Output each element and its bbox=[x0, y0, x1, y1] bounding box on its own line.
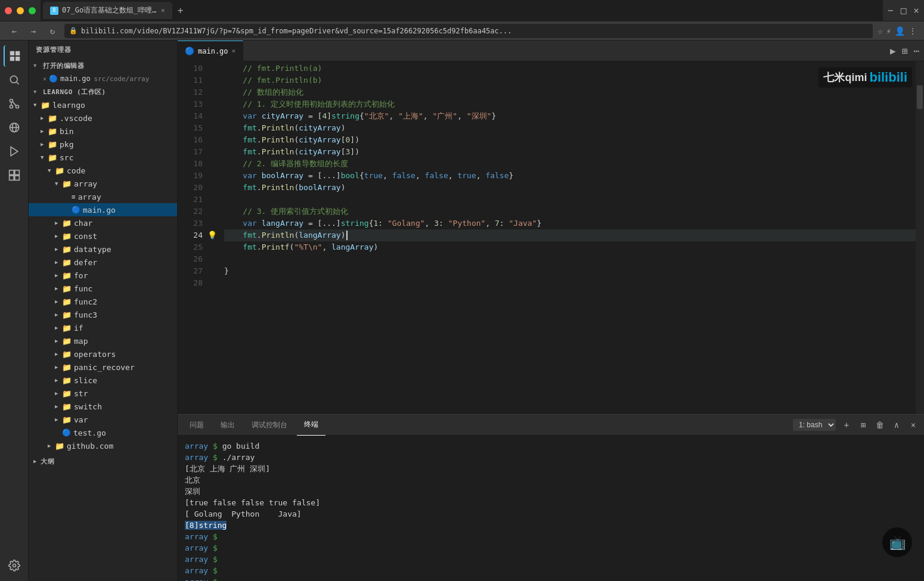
outline-section[interactable]: ▶ 大纲 bbox=[29, 455, 177, 468]
tab-label: 07_Go语言基础之数组_哔哩哔哩 bbox=[62, 5, 157, 15]
floating-bilibili-button[interactable]: 📺 bbox=[882, 527, 912, 557]
folder-defer[interactable]: ▶ 📁 defer bbox=[29, 256, 177, 269]
folder-github-com[interactable]: ▶ 📁 github.com bbox=[29, 439, 177, 452]
close-window-icon[interactable]: × bbox=[913, 5, 919, 16]
activity-settings[interactable] bbox=[4, 555, 25, 576]
folder-code[interactable]: ▼ 📁 code bbox=[29, 164, 177, 177]
tab-filename: main.go bbox=[198, 47, 228, 55]
workspace-section[interactable]: ▼ LEARNGO (工作区) bbox=[29, 85, 177, 98]
activity-extensions[interactable] bbox=[4, 164, 25, 186]
folder-switch-label: switch bbox=[74, 402, 102, 411]
refresh-button[interactable]: ↻ bbox=[45, 26, 60, 36]
panel-tab-debug[interactable]: 调试控制台 bbox=[244, 415, 294, 436]
folder-str[interactable]: ▶ 📁 str bbox=[29, 387, 177, 400]
file-main-go[interactable]: 🔵 main.go bbox=[29, 203, 177, 216]
panel-tab-terminal-label: 终端 bbox=[304, 420, 318, 430]
folder-operators[interactable]: ▶ 📁 operators bbox=[29, 347, 177, 361]
editor-tab-main-go[interactable]: 🔵 main.go × bbox=[178, 41, 243, 61]
panel-tab-issues[interactable]: 问题 bbox=[182, 415, 211, 436]
folder-func2[interactable]: ▶ 📁 func2 bbox=[29, 295, 177, 308]
folder-map[interactable]: ▶ 📁 map bbox=[29, 334, 177, 347]
terminal-line-4: 北京 bbox=[185, 474, 917, 486]
editor-more-icon[interactable]: ⋯ bbox=[913, 45, 919, 57]
activity-search[interactable] bbox=[4, 69, 25, 91]
folder-if[interactable]: ▶ 📁 if bbox=[29, 321, 177, 334]
svg-marker-8 bbox=[11, 147, 18, 156]
folder-var[interactable]: ▶ 📁 var bbox=[29, 413, 177, 426]
activity-remote[interactable] bbox=[4, 117, 25, 138]
folder-panic-recover[interactable]: ▶ 📁 panic_recover bbox=[29, 361, 177, 374]
terminal-up-btn[interactable]: ∧ bbox=[891, 419, 903, 431]
browser-tab[interactable]: B 07_Go语言基础之数组_哔哩哔哩 × bbox=[43, 2, 172, 19]
gutter: 💡 bbox=[207, 61, 219, 414]
terminal-delete-btn[interactable]: 🗑 bbox=[874, 419, 886, 431]
minimize-icon[interactable]: − bbox=[888, 5, 894, 16]
code-line-19: var boolArray = [...]bool{true, false, f… bbox=[224, 170, 916, 182]
tab-close-btn[interactable]: × bbox=[161, 7, 165, 14]
folder-panic-recover-label: panic_recover bbox=[74, 363, 135, 372]
editor-split-icon[interactable]: ⊞ bbox=[902, 45, 908, 57]
file-test-go-label: test.go bbox=[73, 428, 106, 437]
terminal-add-btn[interactable]: + bbox=[841, 419, 852, 431]
folder-for[interactable]: ▶ 📁 for bbox=[29, 269, 177, 282]
panel-tab-issues-label: 问题 bbox=[190, 420, 204, 430]
activity-run[interactable] bbox=[4, 141, 25, 162]
file-test-go[interactable]: 🔵 test.go bbox=[29, 426, 177, 439]
terminal-selector[interactable]: 1: bash bbox=[793, 419, 836, 431]
profile-icon[interactable]: 👤 bbox=[895, 26, 905, 36]
terminal-close-btn[interactable]: × bbox=[907, 419, 919, 431]
folder-char[interactable]: ▶ 📁 char bbox=[29, 216, 177, 229]
open-editors-section[interactable]: ▼ 打开的编辑器 bbox=[29, 59, 177, 72]
code-editor[interactable]: 七米qimi bilibili 10 11 12 13 14 15 16 17 … bbox=[178, 61, 924, 414]
folder-if-label: if bbox=[74, 324, 83, 333]
folder-map-label: map bbox=[74, 337, 88, 346]
file-icon-main: 🔵 bbox=[49, 74, 58, 83]
folder-const[interactable]: ▶ 📁 const bbox=[29, 229, 177, 243]
folder-func[interactable]: ▶ 📁 func bbox=[29, 282, 177, 295]
folder-array[interactable]: ▼ 📁 array bbox=[29, 177, 177, 190]
back-button[interactable]: ← bbox=[7, 26, 21, 36]
url-input[interactable]: 🔒 bilibili.com/video/BV1ZJ411W7jG/?p=7&s… bbox=[64, 24, 873, 38]
editor-run-icon[interactable]: ▶ bbox=[890, 45, 896, 57]
menu-icon[interactable]: ⋮ bbox=[909, 26, 917, 36]
panel-tab-output[interactable]: 输出 bbox=[213, 415, 242, 436]
folder-bin[interactable]: ▶ 📁 bin bbox=[29, 125, 177, 138]
folder-pkg[interactable]: ▶ 📁 pkg bbox=[29, 138, 177, 151]
folder-vscode[interactable]: ▶ 📁 .vscode bbox=[29, 111, 177, 125]
folder-func3[interactable]: ▶ 📁 func3 bbox=[29, 308, 177, 321]
folder-slice[interactable]: ▶ 📁 slice bbox=[29, 374, 177, 387]
folder-datatype[interactable]: ▶ 📁 datatype bbox=[29, 243, 177, 256]
forward-button[interactable]: → bbox=[26, 26, 41, 36]
terminal-line-13: array $ bbox=[185, 576, 917, 581]
code-line-26 bbox=[224, 253, 916, 265]
file-array[interactable]: ≡ array bbox=[29, 190, 177, 203]
tab-close-icon[interactable]: × bbox=[232, 47, 236, 55]
maximize-icon[interactable]: □ bbox=[901, 5, 907, 16]
code-line-28 bbox=[224, 277, 916, 289]
folder-src[interactable]: ▼ 📁 src bbox=[29, 151, 177, 164]
svg-point-4 bbox=[10, 105, 13, 108]
code-line-27: } bbox=[224, 265, 916, 277]
open-file-main-go[interactable]: × 🔵 main.go src/code/array bbox=[29, 72, 177, 85]
terminal-line-9: array $ bbox=[185, 531, 917, 542]
extension-icon[interactable]: ⚡ bbox=[886, 26, 891, 36]
open-file-path: src/code/array bbox=[94, 75, 150, 83]
activity-explorer[interactable] bbox=[4, 45, 25, 67]
code-line-11: // fmt.Println(b) bbox=[224, 74, 916, 86]
code-line-17: fmt.Println(cityArray[3]) bbox=[224, 146, 916, 158]
bookmark-icon[interactable]: ☆ bbox=[878, 26, 882, 36]
terminal-content[interactable]: array $ go build array $ ./array [北京 上海 … bbox=[178, 436, 924, 581]
new-tab-button[interactable]: + bbox=[172, 2, 189, 19]
terminal-split-btn[interactable]: ⊞ bbox=[857, 419, 869, 431]
activity-source-control[interactable] bbox=[4, 93, 25, 114]
terminal-line-1: array $ go build bbox=[185, 440, 917, 452]
code-content[interactable]: // fmt.Println(a) // fmt.Println(b) // 数… bbox=[219, 61, 916, 414]
folder-for-label: for bbox=[74, 271, 88, 280]
editor-scrollbar[interactable] bbox=[916, 61, 924, 414]
folder-learngo[interactable]: ▼ 📁 learngo bbox=[29, 98, 177, 111]
svg-point-13 bbox=[13, 564, 15, 567]
panel-tab-terminal[interactable]: 终端 bbox=[297, 415, 325, 436]
panel-actions: 1: bash + ⊞ 🗑 ∧ × bbox=[793, 419, 919, 431]
close-file-icon[interactable]: × bbox=[43, 76, 46, 82]
folder-switch[interactable]: ▶ 📁 switch bbox=[29, 400, 177, 413]
